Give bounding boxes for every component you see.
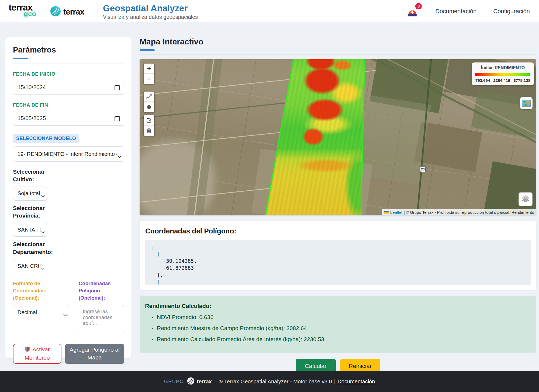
parameters-panel: Parámetros FECHA DE INICIO 15/10/2024 FE… [5,37,132,358]
footer-doc-link[interactable]: Documentación [337,379,375,385]
footer-terrax-text: terrax [197,378,212,385]
draw-polyline-button[interactable] [144,92,154,102]
layers-control-button[interactable] [519,192,533,206]
ndvi-average-item: NDVI Promedio: 0.636 [157,312,531,323]
chevron-down-icon [41,193,45,199]
minimap-toggle-button[interactable] [520,97,533,109]
terrax-geo-logo-sub: geo [24,10,36,17]
model-select[interactable]: 19- RENDIMIENTO - Inferir Rendimiento de… [13,146,124,162]
nav-configuracion[interactable]: Configuración [493,8,530,15]
terrax-logo: terrax [50,6,84,18]
app-title-block: Geospatial Analyzer Visualiza y analiza … [103,4,198,20]
province-label: Seleccionar Provincia: [13,204,59,220]
end-date-label: FECHA DE FIN [13,102,124,108]
header-nav: 3 Documentación Configuración [407,0,530,22]
alerts-count-badge: 3 [415,3,422,9]
edit-layers-button[interactable] [144,115,154,125]
polygon-coordinates-panel: Coordenadas del Polígono: [ [ -30.104285… [140,221,536,290]
sidebar-buttons-row: Activar Monitoreo Agregar Polígono al Ma… [13,344,124,364]
chevron-down-icon [41,229,45,235]
model-label-chip: SELECCIONAR MODELO [13,134,79,143]
draw-control-group [143,91,155,113]
polygon-coords-label: Coordenadas Polígono (Opcional): [79,280,124,302]
footer-terrax-logo: terrax [187,377,212,386]
calendar-icon[interactable] [114,84,120,92]
crop-select[interactable]: Soja total [13,187,47,201]
map-accent-bar [140,49,155,51]
world-map-icon [522,100,531,107]
map-divider [140,54,536,55]
main-content: Mapa Interactivo + − [140,37,536,373]
nav-documentacion[interactable]: Documentación [435,8,476,15]
end-date-value: 15/05/2025 [18,115,46,121]
legend-title: Índice RENDIMIENTO [475,65,530,70]
chevron-down-icon [117,153,122,159]
app-header: terrax geo terrax Geospatial Analyzer Vi… [0,0,539,22]
legend-max-value: 3775.138 [513,78,530,83]
terrax-sphere-icon [187,377,195,386]
legend-min-value: 793.694 [475,78,490,83]
start-date-input[interactable]: 15/10/2024 [13,80,124,95]
zoom-in-button[interactable]: + [144,64,154,74]
edit-control-group [143,115,155,136]
calculated-yield-list: NDVI Promedio: 0.636 Rendimiento Muestra… [157,312,531,345]
parameters-title: Parámetros [13,46,124,54]
parameters-accent-bar [13,58,28,59]
footer-copyright: ® Terrax Geospatial Analyzer - Motor bas… [219,379,335,385]
add-polygon-label: Agregar Polígono al Mapa [65,346,124,361]
header-divider [98,3,98,19]
calculated-yield-title: Rendimiento Calculado: [145,303,531,310]
crop-label: Seleccionar Cultivo: [13,168,59,183]
activate-monitoring-button[interactable]: Activar Monitoreo [13,344,61,364]
layers-icon [521,195,530,204]
department-label: Seleccionar Departamento: [13,240,72,256]
alerts-button[interactable]: 3 [407,5,419,18]
shield-icon [25,347,32,353]
terrax-sphere-icon [50,6,61,18]
app-title: Geospatial Analyzer [103,4,198,13]
footer-grupo-label: GRUPO [164,379,184,384]
add-polygon-button[interactable]: Agregar Polígono al Mapa [65,344,124,364]
attribution-text: | © Grupo Terrax - Prohibida su reproduc… [404,210,534,215]
polygon-coordinates-title: Coordenadas del Polígono: [145,227,531,235]
start-date-value: 15/10/2024 [18,84,46,90]
app-subtitle: Visualiza y analiza datos geoespaciales [103,14,198,20]
calculated-yield-panel: Rendimiento Calculado: NDVI Promedio: 0.… [140,296,536,353]
yield-index-legend: Índice RENDIMIENTO 793.694 2284.416 3775… [472,62,534,85]
field-sample-yield-item: Rendimiento Muestra de Campo Promedio (k… [157,323,531,334]
crop-select-value: Soja total [18,190,40,197]
interactive-map[interactable]: + − Índice RENDIMIENTO 793.694 2284 [140,59,536,215]
province-select[interactable]: SANTA FE [13,223,47,237]
route-23-marker: 23 [420,166,426,172]
terrax-geo-logo: terrax geo [9,3,36,17]
coord-format-select[interactable]: Decimal [13,305,70,320]
leaflet-link[interactable]: Leaflet [390,210,402,215]
zoom-control-group: + − [143,63,155,85]
parameters-divider [13,64,124,64]
coord-format-label: Formato de Coordenadas (Opcional): [13,280,70,302]
terrax-logo-text: terrax [63,7,84,16]
province-select-value: SANTA FE [18,227,40,233]
legend-gradient-bar [475,73,530,76]
legend-values: 793.694 2284.416 3775.138 [475,78,530,83]
polygon-coords-textarea[interactable] [79,305,124,334]
coord-format-value: Decimal [18,309,37,316]
map-title: Mapa Interactivo [140,37,536,46]
model-select-value: 19- RENDIMIENTO - Inferir Rendimiento de… [18,151,117,157]
polygon-coordinates-code[interactable]: [ [ -30.104285, -61.872683 ], [ -30.1221… [145,240,531,285]
delete-layers-button[interactable] [144,125,154,136]
siren-icon [407,14,418,18]
zoom-out-button[interactable]: − [144,74,154,84]
aoi-yield-item: Rendimiento Calculado Promedio Área de I… [157,334,531,345]
end-date-input[interactable]: 15/05/2025 [13,111,124,126]
optional-fields-row: Formato de Coordenadas (Opcional): Decim… [13,280,124,335]
app-footer: GRUPO terrax ® Terrax Geospatial Analyze… [0,371,539,392]
chevron-down-icon [63,312,68,318]
department-select-value: SAN CRIST [18,263,40,269]
calendar-icon[interactable] [114,115,120,123]
start-date-label: FECHA DE INICIO [13,71,124,77]
legend-mid-value: 2284.416 [493,78,510,83]
department-select[interactable]: SAN CRIST [13,259,47,273]
draw-polygon-button[interactable] [144,102,154,112]
chevron-down-icon [41,265,45,271]
